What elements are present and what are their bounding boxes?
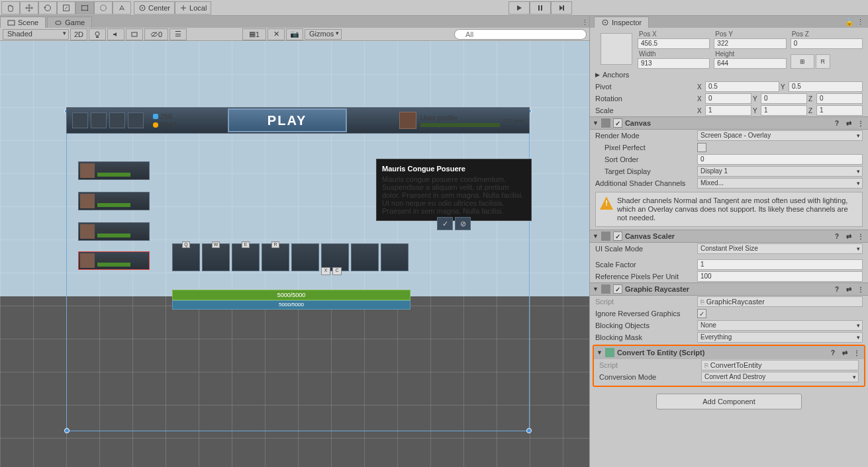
hidden-objects[interactable]: 0 (144, 28, 168, 40)
rect-tool[interactable] (75, 1, 94, 15)
help-icon[interactable]: ? (832, 118, 842, 128)
panel-menu-icon[interactable]: ⋮ (857, 18, 864, 26)
preset-icon[interactable]: ⇄ (844, 118, 853, 128)
preset-icon[interactable]: ⇄ (844, 284, 853, 294)
scene-viewport[interactable]: 256 2047 PLAY User profile 22 Level User… (0, 41, 589, 467)
sort-order-field[interactable]: 0 (697, 154, 863, 165)
canvas-scaler-header[interactable]: ▼✓Canvas Scaler?⇄⋮ (590, 230, 868, 243)
fx-toggle[interactable] (126, 28, 143, 40)
scale-mode-dropdown[interactable]: Constant Pixel Size (697, 243, 863, 254)
tooltip-buttons: ✓ ⊘ (437, 217, 471, 230)
space-toggle[interactable]: Local (175, 1, 211, 15)
audio-toggle[interactable] (107, 28, 124, 40)
pixel-perfect-checkbox[interactable] (697, 143, 706, 152)
cancel-icon: ⊘ (455, 217, 471, 230)
raw-edit-button[interactable]: R (816, 54, 830, 69)
shader-channels-dropdown[interactable]: Mixed... (697, 178, 863, 189)
canvas-enabled-checkbox[interactable]: ✓ (613, 118, 622, 128)
profile-avatar (399, 112, 416, 129)
scene-toolbar: Shaded 2D 0 ☰ ▦ 1 ✕ 📷 Gizmos (0, 28, 589, 41)
move-tool[interactable] (20, 1, 38, 15)
pivot-toggle[interactable]: Center (134, 1, 175, 15)
scaler-enabled-checkbox[interactable]: ✓ (613, 232, 622, 241)
menu-icon[interactable]: ⋮ (856, 232, 865, 241)
resize-handle-bl[interactable] (64, 428, 70, 433)
step-button[interactable] (551, 1, 572, 15)
rot-z[interactable]: 0 (816, 93, 863, 104)
raycaster-enabled-checkbox[interactable]: ✓ (613, 284, 622, 294)
scale-y[interactable]: 1 (761, 105, 807, 116)
tooltip-title: Mauris Congue Posuere (382, 165, 526, 173)
menu-icon[interactable]: ⋮ (856, 284, 865, 294)
grid-toggle[interactable]: ▦ 1 (242, 28, 266, 40)
add-component-button[interactable]: Add Component (656, 394, 802, 409)
tab-game[interactable]: Game (47, 17, 92, 28)
preset-icon[interactable]: ⇄ (840, 348, 849, 357)
posx-field[interactable]: 456.5 (638, 38, 710, 49)
tab-scene[interactable]: Scene (0, 17, 46, 28)
game-header-btn (72, 112, 88, 128)
raycaster-header[interactable]: ▼✓Graphic Raycaster?⇄⋮ (590, 282, 868, 296)
scene-search-input[interactable] (454, 29, 587, 40)
lock-icon[interactable]: 🔒 (845, 18, 854, 26)
pause-button[interactable] (530, 1, 551, 15)
svg-point-8 (142, 7, 143, 9)
scale-x[interactable]: 1 (705, 105, 751, 116)
resize-handle-br[interactable] (526, 428, 532, 433)
target-display-dropdown[interactable]: Display 1 (697, 166, 863, 177)
menu-icon[interactable]: ⋮ (852, 348, 861, 357)
anchor-preset-icon[interactable] (601, 33, 632, 65)
blueprint-mode-button[interactable]: ⊞ (791, 54, 814, 69)
canvas-component-header[interactable]: ▼✓Canvas?⇄⋮ (590, 116, 868, 130)
blocking-mask-dropdown[interactable]: Everything (697, 332, 863, 343)
svg-rect-9 (538, 5, 540, 11)
blocking-objects-dropdown[interactable]: None (697, 320, 863, 331)
svg-rect-1 (82, 5, 88, 10)
hand-tool[interactable] (1, 1, 20, 15)
pivot-y-field[interactable]: 0.5 (789, 81, 863, 92)
scale-factor-field[interactable]: 1 (697, 259, 863, 270)
hp-bar: 5000/5000 (172, 290, 410, 300)
rotate-tool[interactable] (38, 1, 57, 15)
script-icon (605, 348, 614, 357)
custom-tool[interactable] (113, 1, 131, 15)
scene-camera[interactable]: ☰ (169, 28, 187, 40)
preset-icon[interactable]: ⇄ (844, 232, 853, 241)
scene-tab-bar: Scene Game ⋮ (0, 16, 589, 28)
anchors-foldout[interactable]: ▶ (595, 71, 600, 78)
scene-panel: Scene Game ⋮ Shaded 2D 0 ☰ ▦ 1 ✕ 📷 Gizmo… (0, 16, 590, 467)
svg-rect-10 (541, 5, 542, 11)
coin-count: 2047 (160, 121, 176, 129)
width-field[interactable]: 913 (638, 58, 710, 69)
lighting-toggle[interactable] (89, 28, 106, 40)
help-icon[interactable]: ? (832, 232, 842, 241)
play-button[interactable] (508, 1, 530, 15)
help-icon[interactable]: ? (832, 284, 842, 294)
rot-y[interactable]: 0 (761, 93, 807, 104)
height-field[interactable]: 644 (714, 58, 786, 69)
transform-tool[interactable] (94, 1, 113, 15)
scale-tool[interactable] (57, 1, 75, 15)
panel-menu-icon[interactable]: ⋮ (580, 17, 589, 28)
tools-btn[interactable]: ✕ (267, 28, 285, 40)
svg-point-2 (81, 5, 83, 6)
shading-dropdown[interactable]: Shaded (3, 29, 69, 40)
conversion-mode-dropdown[interactable]: Convert And Destroy (701, 372, 859, 382)
rot-x[interactable]: 0 (705, 93, 751, 104)
help-icon[interactable]: ? (828, 348, 838, 357)
ignore-reversed-checkbox[interactable]: ✓ (697, 309, 706, 318)
svg-point-17 (604, 22, 606, 23)
render-mode-dropdown[interactable]: Screen Space - Overlay (697, 130, 863, 141)
menu-icon[interactable]: ⋮ (856, 118, 865, 128)
gizmos-dropdown[interactable]: Gizmos (305, 29, 342, 40)
tab-inspector[interactable]: Inspector (594, 17, 649, 28)
scale-z[interactable]: 1 (816, 105, 863, 116)
camera-settings[interactable]: 📷 (286, 28, 303, 40)
posz-field[interactable]: 0 (791, 38, 863, 49)
2d-toggle[interactable]: 2D (70, 28, 87, 40)
ref-px-field[interactable]: 100 (697, 271, 863, 282)
posy-field[interactable]: 322 (714, 38, 786, 49)
convert-header[interactable]: ▼Convert To Entity (Script)?⇄⋮ (594, 346, 864, 359)
svg-point-6 (101, 5, 107, 11)
pivot-x-field[interactable]: 0.5 (705, 81, 779, 92)
